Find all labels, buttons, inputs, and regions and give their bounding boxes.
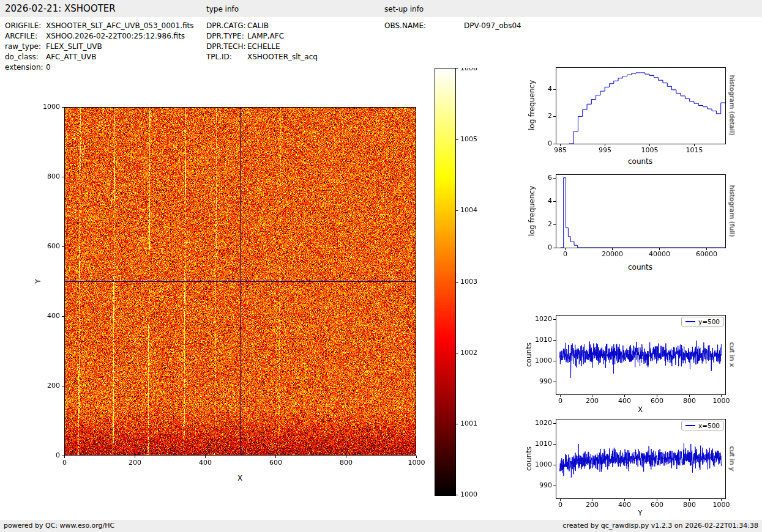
rawtype-value: FLEX_SLIT_UVB <box>46 42 102 51</box>
legend-cut-x: y=500 <box>681 317 724 327</box>
dpr-type-value: LAMP,AFC <box>247 32 284 40</box>
doclass-row: do_class:AFC_ATT_UVB <box>5 53 96 61</box>
footer-left-text: powered by QC: www.eso.org/HC <box>4 522 114 530</box>
cut-x-side-label: cut in x <box>728 342 736 368</box>
doclass-label: do_class: <box>5 53 46 61</box>
obs-name-row: OBS.NAME:DPV-097_obs04 <box>384 21 521 30</box>
cut-y-side-label: cut in y <box>728 446 736 471</box>
histogram-detail-canvas <box>526 62 730 155</box>
footer-bar: powered by QC: www.eso.org/HC created by… <box>0 520 762 532</box>
colorbar-canvas <box>435 68 484 497</box>
hist-full-side-label: histogram (full) <box>728 185 736 237</box>
rawtype-label: raw_type: <box>5 42 46 51</box>
hist-detail-xlabel: counts <box>628 157 652 166</box>
main-xaxis-label: X <box>237 474 242 482</box>
dpr-type-row: DPR.TYPE:LAMP,AFC <box>206 32 284 40</box>
obs-name-label: OBS.NAME: <box>384 21 464 30</box>
tpl-id-value: XSHOOTER_slt_acq <box>247 53 318 61</box>
dpr-tech-value: ECHELLE <box>247 42 280 51</box>
obs-name-value: DPV-097_obs04 <box>464 21 521 30</box>
page-title: 2026-02-21: XSHOOTER <box>5 3 116 14</box>
legend-line-sample-icon <box>685 425 695 426</box>
dpr-catg-value: CALIB <box>247 21 269 30</box>
setup-info-label: set-up info <box>384 5 424 13</box>
tpl-id-label: TPL.ID: <box>206 53 247 61</box>
extension-row: extension:0 <box>5 63 51 72</box>
cut-y-xlabel: Y <box>638 509 642 517</box>
type-info-label: type info <box>206 5 239 13</box>
header-bar: 2026-02-21: XSHOOTER type info set-up in… <box>0 0 762 17</box>
legend-cut-y-label: x=500 <box>698 422 720 429</box>
tpl-id-row: TPL.ID:XSHOOTER_slt_acq <box>206 53 318 61</box>
doclass-value: AFC_ATT_UVB <box>46 53 96 61</box>
dpr-tech-label: DPR.TECH: <box>206 42 247 51</box>
qc-report-page: 2026-02-21: XSHOOTER type info set-up in… <box>0 0 762 532</box>
legend-cut-x-label: y=500 <box>698 318 720 325</box>
hist-full-xlabel: counts <box>628 263 652 272</box>
extension-label: extension: <box>5 63 46 72</box>
cut-y-ylabel: counts <box>525 446 533 471</box>
rawtype-row: raw_type:FLEX_SLIT_UVB <box>5 42 102 51</box>
dpr-tech-row: DPR.TECH:ECHELLE <box>206 42 280 51</box>
origfile-value: XSHOOTER_SLT_AFC_UVB_053_0001.fits <box>46 21 193 30</box>
origfile-row: ORIGFILE:XSHOOTER_SLT_AFC_UVB_053_0001.f… <box>5 21 193 30</box>
dpr-type-label: DPR.TYPE: <box>206 32 247 40</box>
footer-right-text: created by qc_rawdisp.py v1.2.3 on 2026-… <box>562 522 758 530</box>
hist-detail-side-label: histogram (detail) <box>728 75 736 136</box>
hist-full-ylabel: log frequency <box>528 186 536 236</box>
arcfile-value: XSHOO.2026-02-22T00:25:12.986.fits <box>46 32 185 40</box>
arcfile-row: ARCFILE:XSHOO.2026-02-22T00:25:12.986.fi… <box>5 32 185 40</box>
dpr-catg-row: DPR.CATG:CALIB <box>206 21 269 30</box>
arcfile-label: ARCFILE: <box>5 32 46 40</box>
origfile-label: ORIGFILE: <box>5 21 46 30</box>
extension-value: 0 <box>46 63 51 72</box>
main-yaxis-label: Y <box>34 279 42 283</box>
histogram-full-canvas <box>526 169 730 262</box>
legend-cut-y: x=500 <box>681 421 724 430</box>
dpr-catg-label: DPR.CATG: <box>206 21 247 30</box>
cut-x-ylabel: counts <box>525 342 533 367</box>
legend-line-sample-icon <box>685 321 695 322</box>
raw-image-canvas <box>37 101 428 471</box>
cut-x-xlabel: X <box>638 405 643 414</box>
hist-detail-ylabel: log frequency <box>528 80 536 130</box>
